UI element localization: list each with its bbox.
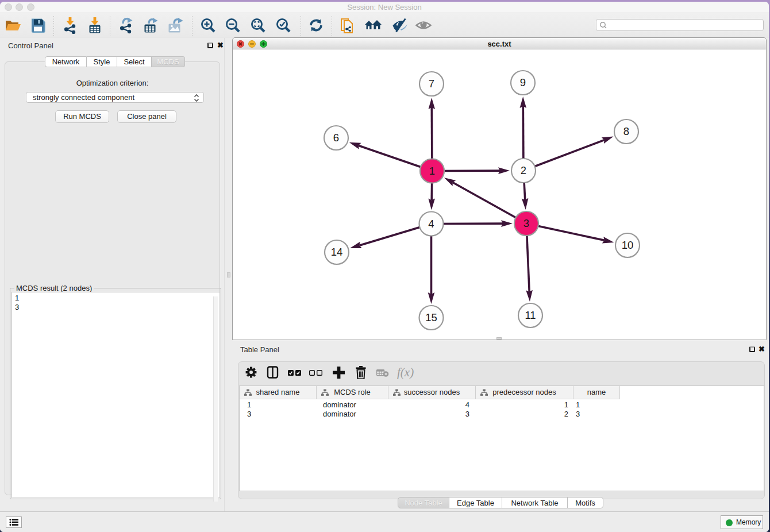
svg-text:4: 4	[428, 218, 434, 230]
svg-text:8: 8	[623, 125, 629, 137]
svg-text:15: 15	[425, 311, 437, 323]
svg-text:7: 7	[429, 78, 434, 90]
svg-text:11: 11	[525, 309, 536, 321]
svg-text:3: 3	[523, 217, 529, 229]
svg-text:14: 14	[331, 246, 343, 258]
svg-text:2: 2	[521, 164, 526, 176]
svg-text:6: 6	[333, 132, 339, 144]
svg-text:10: 10	[622, 239, 634, 251]
svg-text:1: 1	[429, 165, 435, 177]
svg-text:9: 9	[520, 76, 526, 88]
